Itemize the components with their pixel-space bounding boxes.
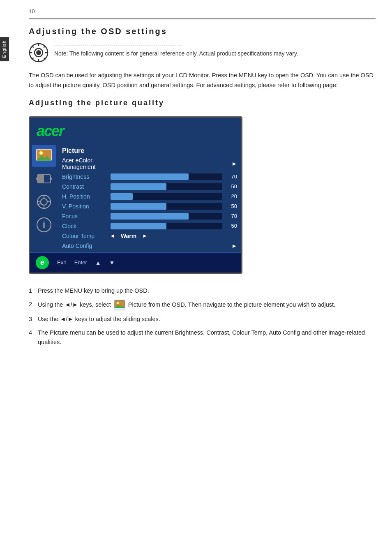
- osd-colourtemp-label: Colour Temp: [62, 233, 107, 239]
- top-divider: [29, 18, 376, 19]
- page-number: 10: [29, 8, 376, 14]
- section-title: Adjusting the OSD settings: [29, 27, 376, 36]
- svg-line-9: [32, 58, 34, 59]
- osd-brightness-fill: [111, 173, 189, 180]
- svg-point-21: [41, 199, 47, 205]
- instruction-1-text: Press the MENU key to bring up the OSD.: [38, 286, 376, 296]
- osd-contrast-value: 50: [226, 183, 237, 190]
- osd-vposition-row: V. Position 50: [62, 201, 237, 211]
- osd-ecolor-arrow: ►: [231, 160, 237, 167]
- osd-brightness-row: Brightness 70: [62, 172, 237, 182]
- instruction-1: 1 Press the MENU key to bring up the OSD…: [29, 286, 376, 296]
- osd-clock-bar: [111, 223, 222, 229]
- instructions-list: 1 Press the MENU key to bring up the OSD…: [29, 286, 376, 347]
- osd-icon-osd: [32, 191, 56, 213]
- note-block: ----------------------------------------…: [29, 43, 376, 62]
- body-paragraph: The OSD can be used for adjusting the se…: [29, 71, 376, 90]
- osd-ecolor-label: Acer eColor Management: [62, 157, 107, 170]
- osd-hposition-value: 20: [226, 193, 237, 199]
- osd-focus-fill: [111, 213, 189, 220]
- osd-hposition-row: H. Position 20: [62, 192, 237, 201]
- instruction-2: 2 Using the ◄/► keys, select Picture fro…: [29, 300, 376, 310]
- osd-icon-info: i: [32, 214, 56, 236]
- osd-vposition-label: V. Position: [62, 203, 107, 210]
- osd-footer-enter: Enter: [74, 259, 87, 266]
- osd-colourtemp-value: Warm: [118, 233, 140, 239]
- svg-line-8: [44, 46, 45, 48]
- osd-footer: e Exit Enter ▲ ▼: [30, 252, 241, 273]
- osd-clock-fill: [111, 223, 166, 229]
- osd-footer-up: ▲: [95, 259, 101, 266]
- svg-text:i: i: [43, 220, 45, 230]
- svg-rect-15: [37, 175, 44, 183]
- osd-icon-picture: [32, 145, 56, 167]
- osd-brightness-label: Brightness: [62, 173, 107, 180]
- instruction-3-text: Use the ◄/► keys to adjust the sliding s…: [38, 314, 376, 324]
- osd-sidebar: i: [30, 143, 58, 252]
- osd-hposition-label: H. Position: [62, 193, 107, 200]
- osd-contrast-fill: [111, 183, 166, 190]
- osd-colourtemp-right-arrow: ►: [142, 233, 148, 239]
- osd-colourtemp-left-arrow: ◄: [110, 233, 115, 239]
- osd-contrast-row: Contrast 50: [62, 182, 237, 192]
- osd-hposition-bar: [111, 193, 222, 200]
- svg-line-7: [44, 58, 45, 59]
- svg-marker-19: [36, 177, 37, 180]
- svg-point-10: [36, 50, 41, 55]
- osd-section-label: Picture: [62, 145, 237, 155]
- language-tab: English: [0, 37, 9, 61]
- note-dashes: ----------------------------------------…: [54, 43, 376, 48]
- note-icon: [29, 43, 48, 62]
- osd-focus-bar: [111, 213, 222, 220]
- osd-brightness-bar: [111, 173, 222, 180]
- osd-ecolor-row: Acer eColor Management ►: [62, 155, 237, 172]
- svg-point-12: [39, 151, 43, 155]
- osd-icon-brightness: [32, 168, 56, 190]
- osd-header: acer: [30, 118, 241, 143]
- osd-contrast-bar: [111, 183, 222, 190]
- inline-picture-icon: [114, 300, 125, 310]
- osd-footer-down: ▼: [109, 259, 115, 266]
- acer-logo: acer: [37, 122, 235, 140]
- svg-point-29: [116, 302, 119, 305]
- osd-main-content: Picture Acer eColor Management ► Brightn…: [58, 143, 241, 252]
- instruction-4-num: 4: [29, 328, 38, 337]
- osd-clock-row: Clock 50: [62, 221, 237, 231]
- osd-contrast-label: Contrast: [62, 183, 107, 190]
- osd-brightness-value: 70: [226, 173, 237, 180]
- instruction-2-text: Using the ◄/► keys, select Picture from …: [38, 300, 376, 310]
- osd-clock-value: 50: [226, 223, 237, 229]
- note-text: Note: The following content is for gener…: [54, 49, 376, 58]
- instruction-1-num: 1: [29, 286, 38, 296]
- svg-line-6: [32, 46, 34, 48]
- osd-vposition-bar: [111, 203, 222, 210]
- osd-autoconfig-row: Auto Config ►: [62, 241, 237, 251]
- osd-hposition-fill: [111, 193, 133, 200]
- instruction-4: 4 The Picture menu can be used to adjust…: [29, 328, 376, 347]
- osd-footer-logo: e: [36, 256, 49, 269]
- osd-autoconfig-arrow: ►: [231, 243, 237, 249]
- instruction-3: 3 Use the ◄/► keys to adjust the sliding…: [29, 314, 376, 324]
- note-text-area: ----------------------------------------…: [54, 43, 376, 58]
- osd-footer-exit: Exit: [57, 259, 66, 266]
- subsection-title: Adjusting the picture quality: [29, 99, 376, 107]
- instruction-3-num: 3: [29, 314, 38, 324]
- osd-body: i Picture Acer eColor Management ► Brigh…: [30, 143, 241, 252]
- osd-colourtemp-row: Colour Temp ◄ Warm ►: [62, 231, 237, 241]
- instruction-4-text: The Picture menu can be used to adjust t…: [38, 328, 376, 347]
- instruction-2-num: 2: [29, 300, 38, 309]
- osd-focus-value: 70: [226, 213, 237, 219]
- osd-vposition-value: 50: [226, 203, 237, 209]
- osd-autoconfig-label: Auto Config: [62, 243, 231, 249]
- osd-focus-row: Focus 70: [62, 211, 237, 221]
- osd-vposition-fill: [111, 203, 166, 210]
- osd-clock-label: Clock: [62, 223, 107, 229]
- svg-marker-18: [51, 177, 52, 180]
- osd-focus-label: Focus: [62, 213, 107, 220]
- osd-menu-box: acer: [29, 116, 242, 274]
